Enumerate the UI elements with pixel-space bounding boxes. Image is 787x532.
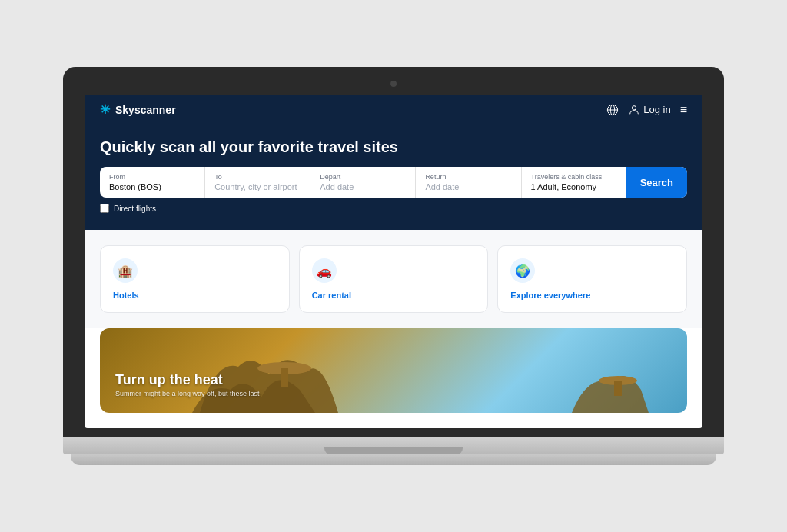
categories-grid: 🏨 Hotels 🚗 Car rental 🌍 Explore everywhe…	[100, 245, 687, 313]
hero-title: Quickly scan all your favorite travel si…	[100, 138, 687, 156]
from-field[interactable]: From Boston (BOS)	[100, 167, 205, 198]
promo-subtitle: Summer might be a long way off, but thes…	[115, 390, 261, 397]
category-card-explore[interactable]: 🌍 Explore everywhere	[497, 245, 687, 313]
depart-label: Depart	[320, 173, 406, 181]
return-placeholder: Add date	[425, 182, 511, 191]
return-field[interactable]: Return Add date	[416, 167, 521, 198]
menu-button[interactable]: ≡	[680, 103, 687, 117]
from-value: Boston (BOS)	[109, 182, 195, 191]
logo-icon: ✳	[100, 102, 110, 117]
to-label: To	[214, 173, 301, 181]
travelers-label: Travelers & cabin class	[531, 173, 617, 181]
menu-icon: ≡	[680, 103, 687, 117]
login-button[interactable]: Log in	[628, 104, 670, 116]
screen: ✳ Skyscanner Log in ≡	[85, 95, 702, 428]
direct-flights-checkbox[interactable]	[100, 204, 109, 213]
travelers-value: 1 Adult, Economy	[531, 182, 617, 191]
from-label: From	[109, 173, 195, 181]
depart-placeholder: Add date	[320, 182, 406, 191]
globe-icon	[606, 104, 619, 116]
direct-flights-row: Direct flights	[100, 204, 687, 213]
laptop-bottom	[71, 454, 716, 465]
direct-flights-label[interactable]: Direct flights	[114, 204, 156, 213]
screen-bezel: ✳ Skyscanner Log in ≡	[63, 67, 724, 437]
travelers-field[interactable]: Travelers & cabin class 1 Adult, Economy	[522, 167, 626, 198]
hotels-icon: 🏨	[113, 258, 138, 283]
explore-icon: 🌍	[510, 258, 535, 283]
logo-text: Skyscanner	[115, 104, 176, 116]
logo: ✳ Skyscanner	[100, 102, 176, 117]
search-button[interactable]: Search	[626, 167, 687, 198]
login-label: Log in	[643, 104, 670, 115]
svg-point-3	[633, 105, 636, 109]
to-placeholder: Country, city or airport	[214, 182, 301, 191]
globe-button[interactable]	[606, 104, 619, 116]
promo-background	[100, 328, 687, 413]
hotels-label: Hotels	[113, 291, 277, 300]
search-bar: From Boston (BOS) To Country, city or ai…	[100, 167, 687, 198]
depart-field[interactable]: Depart Add date	[310, 167, 416, 198]
promo-title: Turn up the heat	[115, 372, 261, 388]
car-rental-label: Car rental	[312, 291, 476, 300]
hero-section: Quickly scan all your favorite travel si…	[85, 125, 702, 230]
promo-banner[interactable]: Turn up the heat Summer might be a long …	[100, 328, 687, 413]
camera	[390, 81, 397, 87]
person-icon	[628, 104, 640, 116]
rock-right-svg	[564, 359, 656, 413]
nav-right: Log in ≡	[606, 103, 687, 117]
navbar: ✳ Skyscanner Log in ≡	[85, 95, 702, 125]
to-field[interactable]: To Country, city or airport	[205, 167, 310, 198]
return-label: Return	[425, 173, 511, 181]
laptop-base	[63, 437, 724, 454]
app: ✳ Skyscanner Log in ≡	[85, 95, 702, 413]
svg-rect-7	[614, 381, 622, 396]
category-card-hotels[interactable]: 🏨 Hotels	[100, 245, 290, 313]
category-card-car-rental[interactable]: 🚗 Car rental	[299, 245, 489, 313]
svg-rect-5	[281, 368, 288, 387]
categories-section: 🏨 Hotels 🚗 Car rental 🌍 Explore everywhe…	[85, 230, 702, 328]
car-rental-icon: 🚗	[312, 258, 337, 283]
laptop-shell: ✳ Skyscanner Log in ≡	[63, 67, 724, 465]
explore-label: Explore everywhere	[510, 291, 674, 300]
promo-text: Turn up the heat Summer might be a long …	[115, 372, 261, 397]
